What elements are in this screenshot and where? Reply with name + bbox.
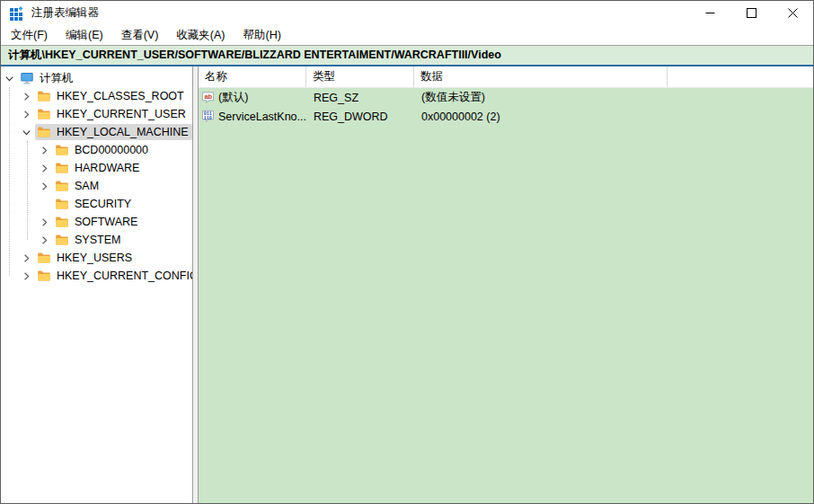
- value-name-cell: ab(默认): [199, 90, 306, 105]
- chevron-right-icon[interactable]: [39, 234, 50, 246]
- svg-text:ab: ab: [204, 93, 212, 101]
- tree-guide-line: [27, 141, 28, 240]
- folder-icon: [55, 179, 69, 193]
- chevron-right-icon[interactable]: [39, 145, 50, 156]
- folder-icon: [55, 143, 69, 157]
- folder-icon: [55, 215, 69, 229]
- value-name-cell: 011 110ServiceLastKno...: [199, 110, 306, 123]
- pane-splitter[interactable]: [192, 66, 199, 503]
- folder-icon: [55, 233, 69, 247]
- tree-item-label: HKEY_CURRENT_USER: [57, 107, 186, 121]
- menu-bar: 文件(F)编辑(E)查看(V)收藏夹(A)帮助(H): [1, 25, 813, 45]
- tree-item-label: HARDWARE: [75, 161, 139, 175]
- tree-entry[interactable]: HKEY_USERS: [35, 250, 136, 266]
- address-bar: [1, 45, 813, 66]
- list-column-headers: 名称类型数据: [199, 66, 813, 88]
- value-type-cell: REG_DWORD: [306, 111, 414, 123]
- menu-item-file[interactable]: 文件(F): [2, 25, 57, 46]
- tree-item-label: HKEY_USERS: [57, 251, 132, 265]
- tree-item-system[interactable]: SYSTEM: [1, 231, 192, 249]
- tree-item-label: HKEY_CURRENT_CONFIG: [57, 269, 192, 283]
- registry-value-row-默认[interactable]: ab(默认)REG_SZ(数值未设置): [199, 88, 813, 107]
- folder-icon: [37, 251, 51, 265]
- column-header-data[interactable]: 数据: [414, 66, 668, 87]
- main-content: 计算机 HKEY_CLASSES_ROOT HKEY_CURRENT_USER …: [1, 66, 813, 503]
- registry-tree-pane: 计算机 HKEY_CLASSES_ROOT HKEY_CURRENT_USER …: [1, 66, 192, 503]
- chevron-placeholder: [39, 199, 50, 210]
- folder-icon: [37, 125, 51, 139]
- tree-entry[interactable]: HKEY_LOCAL_MACHINE: [35, 124, 192, 140]
- value-data-cell: (数值未设置): [414, 90, 668, 105]
- value-type-cell: REG_SZ: [306, 92, 414, 104]
- window-title: 注册表编辑器: [31, 5, 99, 21]
- registry-values-pane: 名称类型数据 ab(默认)REG_SZ(数值未设置) 011 110Servic…: [199, 66, 813, 503]
- folder-icon: [37, 269, 51, 283]
- registry-value-row-servicelastkno[interactable]: 011 110ServiceLastKno...REG_DWORD0x00000…: [199, 107, 813, 126]
- chevron-right-icon[interactable]: [39, 163, 50, 174]
- minimize-button[interactable]: [689, 1, 730, 25]
- tree-entry[interactable]: HKEY_CLASSES_ROOT: [35, 88, 188, 104]
- chevron-right-icon[interactable]: [39, 181, 50, 192]
- tree-item-hkey-users[interactable]: HKEY_USERS: [1, 249, 192, 267]
- chevron-right-icon[interactable]: [21, 109, 32, 120]
- value-data-cell: 0x00000002 (2): [414, 111, 668, 123]
- tree-item-label: SOFTWARE: [75, 215, 137, 229]
- tree-item-label: SYSTEM: [75, 233, 120, 247]
- value-name: (默认): [218, 90, 248, 105]
- tree-item-hkey-classes-root[interactable]: HKEY_CLASSES_ROOT: [1, 87, 192, 105]
- maximize-button[interactable]: [730, 1, 772, 25]
- tree-item-label: BCD00000000: [75, 143, 148, 157]
- tree-entry[interactable]: HKEY_CURRENT_USER: [35, 106, 190, 122]
- dword-value-icon: 011 110: [201, 110, 215, 123]
- tree-item-sam[interactable]: SAM: [1, 177, 192, 195]
- folder-icon: [55, 161, 69, 175]
- folder-icon: [37, 89, 51, 103]
- tree-item-label: HKEY_LOCAL_MACHINE: [57, 125, 189, 139]
- tree-item-hkey-current-config[interactable]: HKEY_CURRENT_CONFIG: [1, 267, 192, 285]
- folder-icon: [55, 197, 69, 211]
- tree-entry[interactable]: 计算机: [18, 70, 77, 86]
- tree-item-label: SECURITY: [75, 197, 131, 211]
- computer-icon: [20, 71, 34, 85]
- menu-item-favorites[interactable]: 收藏夹(A): [167, 25, 234, 46]
- chevron-right-icon[interactable]: [21, 270, 32, 282]
- window-controls: [689, 1, 813, 25]
- chevron-down-icon[interactable]: [4, 73, 15, 84]
- address-bar-input[interactable]: [1, 49, 813, 62]
- tree-entry[interactable]: HARDWARE: [53, 160, 143, 176]
- menu-item-help[interactable]: 帮助(H): [234, 25, 289, 46]
- tree-entry[interactable]: SOFTWARE: [53, 214, 141, 230]
- tree-item-hkey-local-machine[interactable]: HKEY_LOCAL_MACHINE: [1, 123, 192, 141]
- tree-entry[interactable]: SYSTEM: [53, 232, 124, 248]
- chevron-right-icon[interactable]: [21, 91, 32, 102]
- svg-text:110: 110: [204, 116, 212, 121]
- tree-item-hkey-current-user[interactable]: HKEY_CURRENT_USER: [1, 105, 192, 123]
- value-name: ServiceLastKno...: [218, 111, 306, 123]
- folder-icon: [37, 107, 51, 121]
- list-body: ab(默认)REG_SZ(数值未设置) 011 110ServiceLastKn…: [199, 88, 813, 503]
- tree-item-计算机[interactable]: 计算机: [1, 69, 192, 87]
- tree-item-label: 计算机: [40, 71, 74, 85]
- tree-entry[interactable]: HKEY_CURRENT_CONFIG: [35, 268, 192, 284]
- column-header-filler: [668, 66, 813, 87]
- tree-item-label: SAM: [75, 179, 99, 193]
- menu-item-edit[interactable]: 编辑(E): [57, 25, 112, 46]
- chevron-right-icon[interactable]: [21, 252, 32, 264]
- tree-guide-line: [9, 87, 10, 276]
- tree-item-hardware[interactable]: HARDWARE: [1, 159, 192, 177]
- tree-item-software[interactable]: SOFTWARE: [1, 213, 192, 231]
- title-bar: 注册表编辑器: [1, 1, 813, 25]
- registry-app-icon: [9, 6, 23, 21]
- tree-entry[interactable]: SAM: [53, 178, 102, 194]
- tree-entry[interactable]: BCD00000000: [53, 142, 152, 158]
- tree-item-security[interactable]: SECURITY: [1, 195, 192, 213]
- tree-item-label: HKEY_CLASSES_ROOT: [57, 89, 184, 103]
- tree-item-bcd00000000[interactable]: BCD00000000: [1, 141, 192, 159]
- chevron-down-icon[interactable]: [21, 127, 32, 138]
- chevron-right-icon[interactable]: [39, 217, 50, 228]
- column-header-name[interactable]: 名称: [199, 66, 306, 87]
- close-button[interactable]: [772, 1, 813, 25]
- menu-item-view[interactable]: 查看(V): [112, 25, 168, 46]
- column-header-type[interactable]: 类型: [306, 66, 414, 87]
- tree-entry[interactable]: SECURITY: [53, 196, 135, 212]
